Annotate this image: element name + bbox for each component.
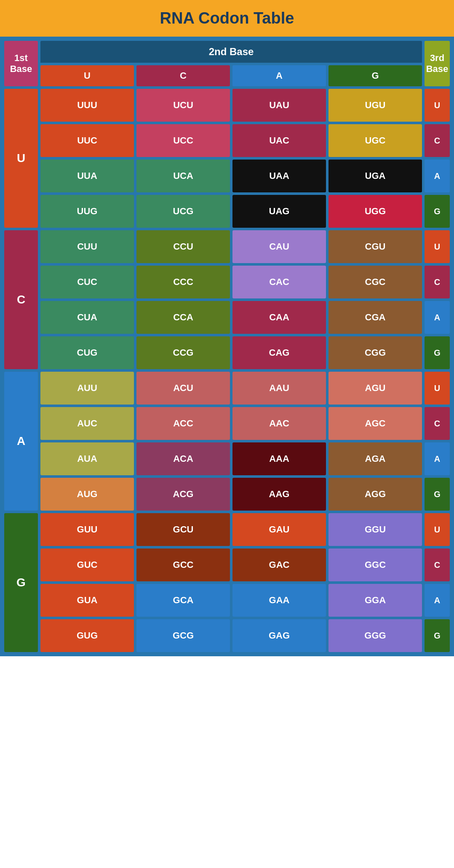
first-base-U: U	[4, 89, 38, 228]
third-base-col-A: UCAG	[425, 372, 450, 511]
codon-CAG: CAG	[232, 336, 326, 369]
codon-ACU: ACU	[136, 372, 230, 405]
codon-UGC: UGC	[328, 124, 422, 157]
codon-CUU: CUU	[40, 230, 134, 263]
codon-col-U-A: UAUUACUAAUAG	[232, 89, 326, 228]
codon-GAA: GAA	[232, 584, 326, 617]
codon-grid-C: CUUCUCCUACUGCCUCCCCCACCGCAUCACCAACAGCGUC…	[40, 230, 422, 369]
third-base-C-C: C	[425, 266, 450, 298]
codon-CUC: CUC	[40, 266, 134, 298]
codon-col-U-C: UCUUCCUCAUCG	[136, 89, 230, 228]
codon-AAG: AAG	[232, 478, 326, 511]
row-U: UUUUUUCUUAUUGUCUUCCUCAUCGUAUUACUAAUAGUGU…	[4, 89, 450, 228]
codon-col-C-A: CAUCACCAACAG	[232, 230, 326, 369]
third-base-header: 3rdBase	[425, 41, 450, 86]
third-base-A-U: U	[425, 372, 450, 405]
page-title: RNA Codon Table	[4, 9, 450, 27]
codon-CAU: CAU	[232, 230, 326, 263]
codon-GCG: GCG	[136, 619, 230, 652]
third-base-C-G: G	[425, 336, 450, 369]
codon-UCU: UCU	[136, 89, 230, 122]
codon-CGA: CGA	[328, 301, 422, 334]
codon-CGG: CGG	[328, 336, 422, 369]
codon-UUG: UUG	[40, 195, 134, 228]
codon-GGA: GGA	[328, 584, 422, 617]
row-A: AAUUAUCAUAAUGACUACCACAACGAAUAACAAAAAGAGU…	[4, 372, 450, 511]
codon-UUA: UUA	[40, 160, 134, 192]
col-header-A: A	[232, 65, 326, 86]
third-base-A-G: G	[425, 478, 450, 511]
third-base-C-U: U	[425, 230, 450, 263]
col-header-G: G	[328, 65, 422, 86]
second-base-header-wrap: 2nd Base U C A G	[40, 41, 422, 86]
codon-AGG: AGG	[328, 478, 422, 511]
codon-col-G-U: GUUGUCGUAGUG	[40, 513, 134, 652]
third-base-col-U: UCAG	[425, 89, 450, 228]
codon-col-C-G: CGUCGCCGACGG	[328, 230, 422, 369]
codon-CCU: CCU	[136, 230, 230, 263]
codon-UCG: UCG	[136, 195, 230, 228]
page-container: RNA Codon Table 1stBase 2nd Base U C A G…	[0, 0, 454, 656]
codon-col-G-G: GGUGGCGGAGGG	[328, 513, 422, 652]
third-base-A-A: A	[425, 442, 450, 475]
codon-table: 1stBase 2nd Base U C A G 3rdBase UUUUUUC…	[0, 37, 454, 656]
third-base-U-C: C	[425, 124, 450, 157]
codon-grid-G: GUUGUCGUAGUGGCUGCCGCAGCGGAUGACGAAGAGGGUG…	[40, 513, 422, 652]
codon-UAG: UAG	[232, 195, 326, 228]
header-row: 1stBase 2nd Base U C A G 3rdBase	[4, 41, 450, 86]
codon-GGG: GGG	[328, 619, 422, 652]
first-base-C: C	[4, 230, 38, 369]
codon-GAC: GAC	[232, 548, 326, 581]
third-base-A-C: C	[425, 407, 450, 440]
codon-col-C-U: CUUCUCCUACUG	[40, 230, 134, 369]
codon-UGG: UGG	[328, 195, 422, 228]
codon-AGC: AGC	[328, 407, 422, 440]
codon-UCC: UCC	[136, 124, 230, 157]
third-base-G-C: C	[425, 548, 450, 581]
codon-ACC: ACC	[136, 407, 230, 440]
first-base-G: G	[4, 513, 38, 652]
codon-AGA: AGA	[328, 442, 422, 475]
third-base-G-U: U	[425, 513, 450, 546]
codon-AUC: AUC	[40, 407, 134, 440]
codon-col-A-G: AGUAGCAGAAGG	[328, 372, 422, 511]
codon-col-U-G: UGUUGCUGAUGG	[328, 89, 422, 228]
col-header-C: C	[136, 65, 230, 86]
codon-CGC: CGC	[328, 266, 422, 298]
codon-GCA: GCA	[136, 584, 230, 617]
codon-UUC: UUC	[40, 124, 134, 157]
codon-AUU: AUU	[40, 372, 134, 405]
codon-AAU: AAU	[232, 372, 326, 405]
codon-AUA: AUA	[40, 442, 134, 475]
second-base-cols: U C A G	[40, 65, 422, 86]
col-header-U: U	[40, 65, 134, 86]
codon-UAA: UAA	[232, 160, 326, 192]
codon-col-A-U: AUUAUCAUAAUG	[40, 372, 134, 511]
codon-UAU: UAU	[232, 89, 326, 122]
title-bar: RNA Codon Table	[0, 0, 454, 37]
third-base-U-G: G	[425, 195, 450, 228]
codon-AGU: AGU	[328, 372, 422, 405]
codon-UAC: UAC	[232, 124, 326, 157]
third-base-G-A: A	[425, 584, 450, 617]
codon-col-C-C: CCUCCCCCACCG	[136, 230, 230, 369]
codon-AAC: AAC	[232, 407, 326, 440]
codon-CCG: CCG	[136, 336, 230, 369]
codon-CUG: CUG	[40, 336, 134, 369]
codon-ACG: ACG	[136, 478, 230, 511]
codon-UCA: UCA	[136, 160, 230, 192]
third-base-col-G: UCAG	[425, 513, 450, 652]
codon-GGU: GGU	[328, 513, 422, 546]
table-body: UUUUUUCUUAUUGUCUUCCUCAUCGUAUUACUAAUAGUGU…	[4, 86, 450, 652]
codon-GCC: GCC	[136, 548, 230, 581]
codon-GAU: GAU	[232, 513, 326, 546]
third-base-G-G: G	[425, 619, 450, 652]
third-base-col-C: UCAG	[425, 230, 450, 369]
codon-CAA: CAA	[232, 301, 326, 334]
codon-grid-A: AUUAUCAUAAUGACUACCACAACGAAUAACAAAAAGAGUA…	[40, 372, 422, 511]
codon-UUU: UUU	[40, 89, 134, 122]
codon-CCA: CCA	[136, 301, 230, 334]
codon-GUC: GUC	[40, 548, 134, 581]
codon-col-G-A: GAUGACGAAGAG	[232, 513, 326, 652]
codon-GUA: GUA	[40, 584, 134, 617]
